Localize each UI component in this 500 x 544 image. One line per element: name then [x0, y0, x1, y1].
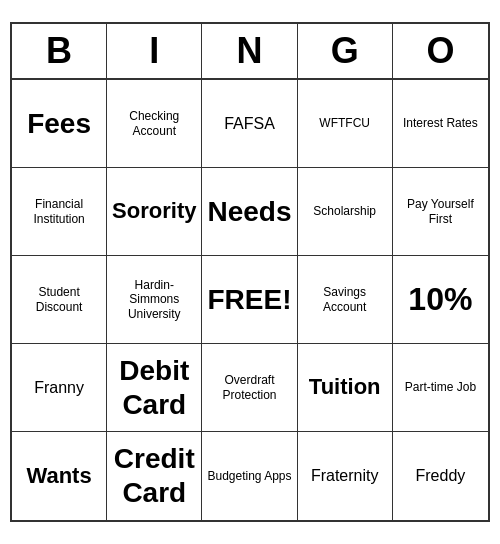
header-letter: G — [298, 24, 393, 78]
bingo-cell: Debit Card — [107, 344, 202, 432]
bingo-cell: Interest Rates — [393, 80, 488, 168]
bingo-cell: Franny — [12, 344, 107, 432]
cell-text: Budgeting Apps — [207, 469, 291, 483]
header-letter: I — [107, 24, 202, 78]
cell-text: Fees — [27, 107, 91, 141]
bingo-cell: 10% — [393, 256, 488, 344]
bingo-cell: Checking Account — [107, 80, 202, 168]
bingo-cell: Overdraft Protection — [202, 344, 297, 432]
cell-text: Credit Card — [111, 442, 197, 509]
bingo-cell: Hardin-Simmons University — [107, 256, 202, 344]
bingo-cell: Student Discount — [12, 256, 107, 344]
bingo-header: BINGO — [12, 24, 488, 80]
bingo-cell: WFTFCU — [298, 80, 393, 168]
cell-text: Debit Card — [111, 354, 197, 421]
cell-text: Needs — [207, 195, 291, 229]
header-letter: O — [393, 24, 488, 78]
bingo-cell: FREE! — [202, 256, 297, 344]
cell-text: Wants — [27, 463, 92, 489]
cell-text: Freddy — [415, 466, 465, 485]
cell-text: Checking Account — [111, 109, 197, 138]
cell-text: Franny — [34, 378, 84, 397]
bingo-cell: Financial Institution — [12, 168, 107, 256]
bingo-grid: FeesChecking AccountFAFSAWFTFCUInterest … — [12, 80, 488, 520]
header-letter: N — [202, 24, 297, 78]
header-letter: B — [12, 24, 107, 78]
cell-text: WFTFCU — [319, 116, 370, 130]
bingo-cell: Needs — [202, 168, 297, 256]
cell-text: Financial Institution — [16, 197, 102, 226]
cell-text: FREE! — [207, 283, 291, 317]
cell-text: Pay Yourself First — [397, 197, 484, 226]
cell-text: Part-time Job — [405, 380, 476, 394]
bingo-cell: Credit Card — [107, 432, 202, 520]
bingo-cell: Sorority — [107, 168, 202, 256]
cell-text: Hardin-Simmons University — [111, 278, 197, 321]
cell-text: Overdraft Protection — [206, 373, 292, 402]
cell-text: Tuition — [309, 374, 381, 400]
cell-text: FAFSA — [224, 114, 275, 133]
bingo-cell: FAFSA — [202, 80, 297, 168]
cell-text: Interest Rates — [403, 116, 478, 130]
cell-text: Fraternity — [311, 466, 379, 485]
bingo-cell: Freddy — [393, 432, 488, 520]
bingo-cell: Scholarship — [298, 168, 393, 256]
cell-text: Savings Account — [302, 285, 388, 314]
bingo-cell: Savings Account — [298, 256, 393, 344]
cell-text: Student Discount — [16, 285, 102, 314]
cell-text: Scholarship — [313, 204, 376, 218]
cell-text: 10% — [408, 280, 472, 318]
bingo-cell: Pay Yourself First — [393, 168, 488, 256]
bingo-cell: Tuition — [298, 344, 393, 432]
cell-text: Sorority — [112, 198, 196, 224]
bingo-cell: Fees — [12, 80, 107, 168]
bingo-card: BINGO FeesChecking AccountFAFSAWFTFCUInt… — [10, 22, 490, 522]
bingo-cell: Part-time Job — [393, 344, 488, 432]
bingo-cell: Fraternity — [298, 432, 393, 520]
bingo-cell: Wants — [12, 432, 107, 520]
bingo-cell: Budgeting Apps — [202, 432, 297, 520]
